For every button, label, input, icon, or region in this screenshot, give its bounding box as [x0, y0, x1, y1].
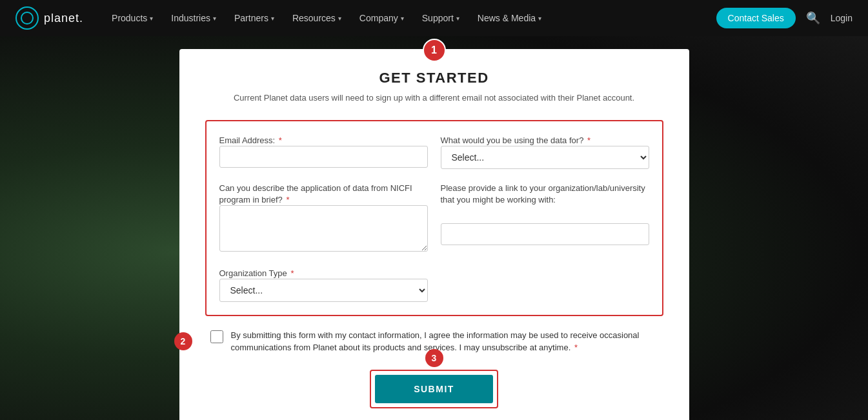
- step-3-number: 3: [425, 349, 443, 367]
- org-type-label: Organization Type *: [219, 268, 294, 278]
- logo[interactable]: planet.: [15, 6, 83, 30]
- nav-item-support[interactable]: Support ▾: [414, 8, 467, 28]
- fields-row-3: Organization Type * Select... Academic N…: [219, 267, 649, 302]
- nav-right: Contact Sales 🔍 Login: [716, 8, 853, 28]
- step-2-number: 2: [174, 332, 192, 350]
- data-use-select[interactable]: Select... Research Commercial Education …: [441, 146, 649, 169]
- email-field-group: Email Address: *: [219, 134, 428, 169]
- data-use-required: *: [587, 135, 590, 145]
- logo-icon: [15, 6, 39, 30]
- fields-row-1: Email Address: * What would you be using…: [219, 134, 649, 169]
- step-2-badge: 2: [174, 332, 192, 350]
- consent-checkbox[interactable]: [210, 330, 223, 343]
- consent-required: *: [574, 343, 578, 352]
- email-input[interactable]: [219, 146, 428, 168]
- step-1-number: 1: [423, 39, 446, 62]
- chevron-down-icon: ▾: [338, 15, 341, 22]
- chevron-down-icon: ▾: [150, 15, 153, 22]
- describe-field-group: Can you describe the application of data…: [219, 182, 428, 254]
- logo-text: planet.: [44, 12, 83, 25]
- search-icon[interactable]: 🔍: [806, 11, 820, 25]
- contact-sales-button[interactable]: Contact Sales: [716, 8, 796, 28]
- form-card: 1 GET STARTED Current Planet data users …: [179, 49, 689, 420]
- describe-textarea[interactable]: [219, 205, 428, 252]
- chevron-down-icon: ▾: [271, 15, 274, 22]
- empty-field-placeholder: [441, 267, 649, 302]
- submit-wrapper: SUBMIT: [370, 370, 498, 408]
- fields-container: Email Address: * What would you be using…: [205, 120, 663, 316]
- chevron-down-icon: ▾: [213, 15, 216, 22]
- email-required: *: [279, 135, 282, 145]
- nav-items: Products ▾ Industries ▾ Partners ▾ Resou…: [104, 8, 716, 28]
- form-title: GET STARTED: [205, 70, 663, 86]
- nav-item-products[interactable]: Products ▾: [104, 8, 161, 28]
- nav-item-company[interactable]: Company ▾: [352, 8, 412, 28]
- nav-item-resources[interactable]: Resources ▾: [285, 8, 349, 28]
- org-type-field-group: Organization Type * Select... Academic N…: [219, 267, 428, 302]
- submit-button[interactable]: SUBMIT: [375, 375, 493, 403]
- chevron-down-icon: ▾: [456, 15, 459, 22]
- main-content: 1 GET STARTED Current Planet data users …: [0, 36, 868, 420]
- org-link-field-group: Please provide a link to your organizati…: [441, 182, 649, 254]
- step-1-badge: 1: [423, 39, 446, 62]
- data-use-label: What would you be using the data for? *: [441, 135, 591, 145]
- describe-required: *: [286, 195, 289, 205]
- chevron-down-icon: ▾: [401, 15, 404, 22]
- data-use-field-group: What would you be using the data for? * …: [441, 134, 649, 169]
- chevron-down-icon: ▾: [538, 15, 541, 22]
- login-button[interactable]: Login: [831, 13, 853, 23]
- nav-item-partners[interactable]: Partners ▾: [227, 8, 282, 28]
- fields-row-2: Can you describe the application of data…: [219, 182, 649, 254]
- consent-text: By submitting this form with my contact …: [231, 329, 658, 354]
- navbar: planet. Products ▾ Industries ▾ Partners…: [0, 0, 868, 36]
- email-label: Email Address: *: [219, 135, 282, 145]
- org-link-label: Please provide a link to your organizati…: [441, 183, 645, 205]
- nav-item-news-media[interactable]: News & Media ▾: [470, 8, 549, 28]
- step-3-badge: 3: [425, 349, 443, 367]
- submit-area: 3 SUBMIT: [205, 370, 663, 408]
- org-link-input[interactable]: [441, 223, 649, 245]
- form-subtitle: Current Planet data users will need to s…: [205, 92, 663, 105]
- org-type-required: *: [290, 268, 294, 278]
- nav-item-industries[interactable]: Industries ▾: [163, 8, 224, 28]
- org-type-select[interactable]: Select... Academic Non-profit Commercial…: [219, 279, 428, 302]
- describe-label: Can you describe the application of data…: [219, 183, 412, 205]
